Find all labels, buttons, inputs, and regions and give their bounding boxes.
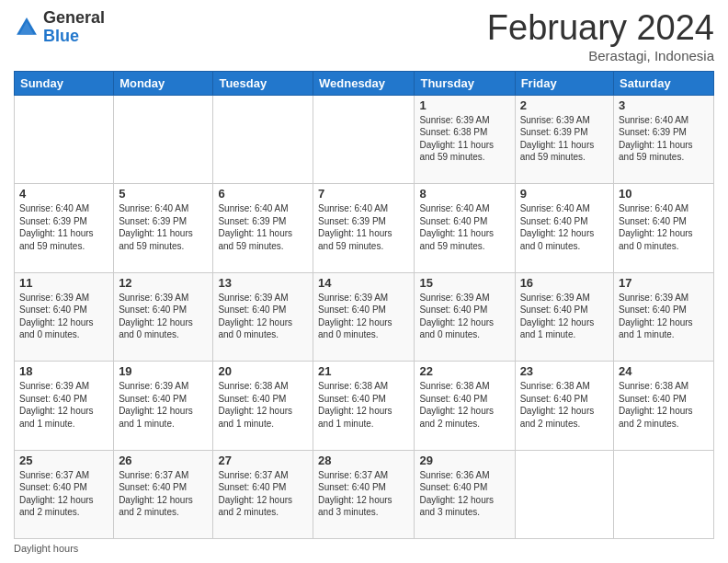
- cell-info: Sunrise: 6:39 AM Sunset: 6:40 PM Dayligh…: [619, 292, 709, 341]
- cell-info: Sunrise: 6:37 AM Sunset: 6:40 PM Dayligh…: [218, 469, 308, 519]
- calendar-cell: 23Sunrise: 6:38 AM Sunset: 6:40 PM Dayli…: [515, 362, 613, 450]
- cell-info: Sunrise: 6:38 AM Sunset: 6:40 PM Dayligh…: [419, 380, 509, 430]
- calendar-cell: 15Sunrise: 6:39 AM Sunset: 6:40 PM Dayli…: [415, 272, 515, 361]
- cell-info: Sunrise: 6:38 AM Sunset: 6:40 PM Dayligh…: [218, 380, 308, 430]
- cell-day-number: 17: [619, 276, 709, 290]
- cell-info: Sunrise: 6:38 AM Sunset: 6:40 PM Dayligh…: [520, 380, 609, 430]
- calendar-cell: [15, 95, 114, 183]
- cell-day-number: 19: [119, 364, 208, 378]
- calendar-title: February 2024: [487, 9, 714, 48]
- calendar-cell: 25Sunrise: 6:37 AM Sunset: 6:40 PM Dayli…: [15, 450, 114, 538]
- calendar-cell: 13Sunrise: 6:39 AM Sunset: 6:40 PM Dayli…: [213, 272, 313, 361]
- calendar-cell: 18Sunrise: 6:39 AM Sunset: 6:40 PM Dayli…: [15, 362, 114, 450]
- logo-general: General: [43, 9, 105, 28]
- cell-info: Sunrise: 6:39 AM Sunset: 6:40 PM Dayligh…: [119, 380, 208, 430]
- calendar-cell: [515, 450, 613, 538]
- day-header-monday: Monday: [114, 71, 213, 95]
- calendar-cell: 24Sunrise: 6:38 AM Sunset: 6:40 PM Dayli…: [614, 362, 714, 450]
- calendar-cell: 4Sunrise: 6:40 AM Sunset: 6:39 PM Daylig…: [15, 184, 114, 272]
- cell-day-number: 16: [520, 276, 609, 290]
- cell-day-number: 14: [318, 276, 409, 290]
- cell-info: Sunrise: 6:39 AM Sunset: 6:40 PM Dayligh…: [419, 292, 509, 341]
- cell-day-number: 27: [218, 454, 308, 467]
- calendar-week-row: 4Sunrise: 6:40 AM Sunset: 6:39 PM Daylig…: [15, 184, 714, 272]
- calendar-cell: 27Sunrise: 6:37 AM Sunset: 6:40 PM Dayli…: [213, 450, 313, 538]
- cell-info: Sunrise: 6:38 AM Sunset: 6:40 PM Dayligh…: [619, 380, 709, 430]
- header: General Blue February 2024 Berastagi, In…: [14, 9, 714, 63]
- cell-day-number: 7: [318, 187, 409, 201]
- calendar-cell: [313, 95, 415, 183]
- cell-info: Sunrise: 6:37 AM Sunset: 6:40 PM Dayligh…: [119, 469, 208, 519]
- logo-text: General Blue: [43, 9, 105, 46]
- calendar-cell: [114, 95, 213, 183]
- calendar-cell: 1Sunrise: 6:39 AM Sunset: 6:38 PM Daylig…: [415, 95, 515, 183]
- cell-day-number: 4: [19, 187, 108, 201]
- calendar-cell: [213, 95, 313, 183]
- calendar-cell: 8Sunrise: 6:40 AM Sunset: 6:40 PM Daylig…: [415, 184, 515, 272]
- cell-info: Sunrise: 6:40 AM Sunset: 6:39 PM Dayligh…: [619, 114, 709, 164]
- day-header-friday: Friday: [515, 71, 613, 95]
- logo-blue: Blue: [43, 28, 105, 46]
- cell-day-number: 10: [619, 187, 709, 201]
- title-block: February 2024 Berastagi, Indonesia: [487, 9, 714, 63]
- day-header-saturday: Saturday: [614, 71, 714, 95]
- cell-day-number: 12: [119, 276, 208, 290]
- calendar-cell: 12Sunrise: 6:39 AM Sunset: 6:40 PM Dayli…: [114, 272, 213, 361]
- calendar-cell: 17Sunrise: 6:39 AM Sunset: 6:40 PM Dayli…: [614, 272, 714, 361]
- page: General Blue February 2024 Berastagi, In…: [0, 0, 728, 563]
- calendar-cell: 11Sunrise: 6:39 AM Sunset: 6:40 PM Dayli…: [15, 272, 114, 361]
- footer: Daylight hours: [14, 543, 714, 554]
- footer-text: Daylight hours: [14, 543, 78, 554]
- calendar-subtitle: Berastagi, Indonesia: [487, 48, 714, 63]
- calendar-cell: 22Sunrise: 6:38 AM Sunset: 6:40 PM Dayli…: [415, 362, 515, 450]
- cell-info: Sunrise: 6:38 AM Sunset: 6:40 PM Dayligh…: [318, 380, 409, 430]
- cell-day-number: 25: [19, 454, 108, 467]
- cell-day-number: 29: [419, 454, 509, 467]
- cell-info: Sunrise: 6:40 AM Sunset: 6:40 PM Dayligh…: [619, 202, 709, 252]
- cell-day-number: 22: [419, 364, 509, 378]
- calendar-cell: [614, 450, 714, 538]
- calendar-cell: 10Sunrise: 6:40 AM Sunset: 6:40 PM Dayli…: [614, 184, 714, 272]
- calendar-cell: 14Sunrise: 6:39 AM Sunset: 6:40 PM Dayli…: [313, 272, 415, 361]
- cell-info: Sunrise: 6:40 AM Sunset: 6:40 PM Dayligh…: [520, 202, 609, 252]
- day-header-thursday: Thursday: [415, 71, 515, 95]
- cell-info: Sunrise: 6:40 AM Sunset: 6:39 PM Dayligh…: [318, 202, 409, 252]
- cell-day-number: 2: [520, 98, 609, 112]
- cell-day-number: 8: [419, 187, 509, 201]
- calendar-cell: 21Sunrise: 6:38 AM Sunset: 6:40 PM Dayli…: [313, 362, 415, 450]
- calendar-cell: 5Sunrise: 6:40 AM Sunset: 6:39 PM Daylig…: [114, 184, 213, 272]
- cell-info: Sunrise: 6:39 AM Sunset: 6:39 PM Dayligh…: [520, 114, 609, 164]
- calendar-week-row: 11Sunrise: 6:39 AM Sunset: 6:40 PM Dayli…: [15, 272, 714, 361]
- calendar-table: SundayMondayTuesdayWednesdayThursdayFrid…: [14, 71, 714, 539]
- calendar-cell: 28Sunrise: 6:37 AM Sunset: 6:40 PM Dayli…: [313, 450, 415, 538]
- cell-day-number: 24: [619, 364, 709, 378]
- cell-day-number: 6: [218, 187, 308, 201]
- cell-info: Sunrise: 6:40 AM Sunset: 6:40 PM Dayligh…: [419, 202, 509, 252]
- cell-day-number: 9: [520, 187, 609, 201]
- cell-day-number: 28: [318, 454, 409, 467]
- calendar-cell: 6Sunrise: 6:40 AM Sunset: 6:39 PM Daylig…: [213, 184, 313, 272]
- cell-info: Sunrise: 6:40 AM Sunset: 6:39 PM Dayligh…: [19, 202, 108, 252]
- calendar-header-row: SundayMondayTuesdayWednesdayThursdayFrid…: [15, 71, 714, 95]
- cell-day-number: 15: [419, 276, 509, 290]
- cell-info: Sunrise: 6:37 AM Sunset: 6:40 PM Dayligh…: [19, 469, 108, 519]
- cell-day-number: 21: [318, 364, 409, 378]
- cell-info: Sunrise: 6:39 AM Sunset: 6:40 PM Dayligh…: [19, 380, 108, 430]
- calendar-week-row: 18Sunrise: 6:39 AM Sunset: 6:40 PM Dayli…: [15, 362, 714, 450]
- cell-info: Sunrise: 6:39 AM Sunset: 6:40 PM Dayligh…: [19, 292, 108, 341]
- cell-info: Sunrise: 6:37 AM Sunset: 6:40 PM Dayligh…: [318, 469, 409, 519]
- calendar-cell: 9Sunrise: 6:40 AM Sunset: 6:40 PM Daylig…: [515, 184, 613, 272]
- cell-day-number: 18: [19, 364, 108, 378]
- cell-day-number: 23: [520, 364, 609, 378]
- cell-day-number: 11: [19, 276, 108, 290]
- cell-info: Sunrise: 6:39 AM Sunset: 6:38 PM Dayligh…: [419, 114, 509, 164]
- day-header-wednesday: Wednesday: [313, 71, 415, 95]
- calendar-cell: 7Sunrise: 6:40 AM Sunset: 6:39 PM Daylig…: [313, 184, 415, 272]
- calendar-cell: 2Sunrise: 6:39 AM Sunset: 6:39 PM Daylig…: [515, 95, 613, 183]
- cell-info: Sunrise: 6:39 AM Sunset: 6:40 PM Dayligh…: [318, 292, 409, 341]
- cell-info: Sunrise: 6:40 AM Sunset: 6:39 PM Dayligh…: [119, 202, 208, 252]
- cell-info: Sunrise: 6:39 AM Sunset: 6:40 PM Dayligh…: [520, 292, 609, 341]
- calendar-cell: 20Sunrise: 6:38 AM Sunset: 6:40 PM Dayli…: [213, 362, 313, 450]
- calendar-cell: 19Sunrise: 6:39 AM Sunset: 6:40 PM Dayli…: [114, 362, 213, 450]
- cell-day-number: 20: [218, 364, 308, 378]
